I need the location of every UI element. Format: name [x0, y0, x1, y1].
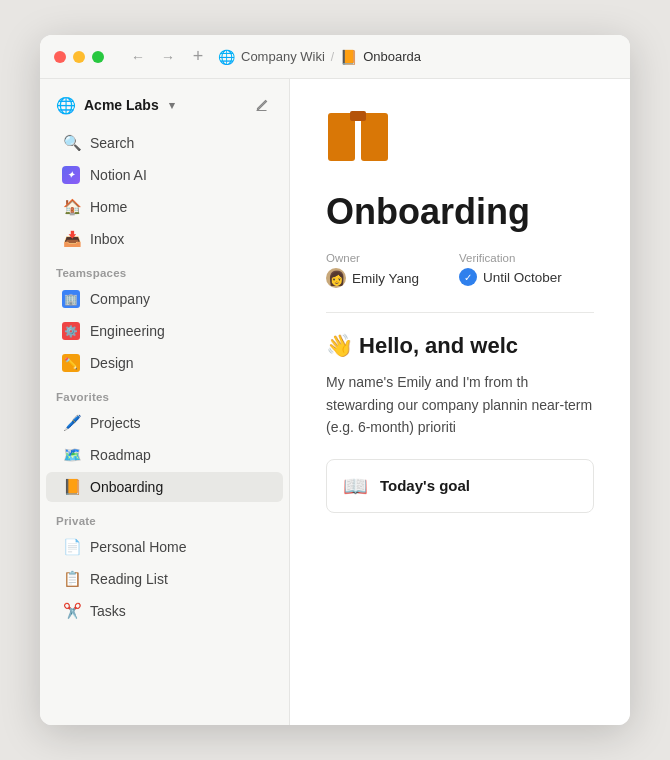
page-icon [326, 111, 594, 175]
chevron-down-icon: ▾ [169, 99, 175, 112]
check-icon: ✓ [459, 268, 477, 286]
reading-list-label: Reading List [90, 571, 168, 587]
content-inner: Onboarding Owner 👩 Emily Yang Verific [290, 79, 630, 549]
verification-value: ✓ Until October [459, 268, 562, 286]
welcome-heading: 👋 Hello, and welc [326, 333, 594, 359]
title-bar: ← → + 🌐 Company Wiki / 📙 Onboarda [40, 35, 630, 79]
personal-home-icon: 📄 [62, 538, 82, 556]
app-window: ← → + 🌐 Company Wiki / 📙 Onboarda 🌐 Acme… [40, 35, 630, 725]
breadcrumb-page-icon: 📙 [340, 49, 357, 65]
verification-label: Verification [459, 252, 562, 264]
onboarding-icon: 📙 [62, 478, 82, 496]
projects-icon: 🖊️ [62, 414, 82, 432]
engineering-icon: ⚙️ [62, 322, 82, 340]
company-label: Company [90, 291, 150, 307]
goal-card-title: Today's goal [380, 477, 470, 494]
meta-row: Owner 👩 Emily Yang Verification ✓ Unti [326, 252, 594, 288]
verification-text: Until October [483, 270, 562, 285]
owner-label: Owner [326, 252, 419, 264]
sidebar-item-reading-list[interactable]: 📋 Reading List [46, 564, 283, 594]
roadmap-icon: 🗺️ [62, 446, 82, 464]
teamspaces-section-label: Teamspaces [40, 255, 289, 283]
owner-avatar: 👩 [326, 268, 346, 288]
breadcrumb-workspace-name[interactable]: Company Wiki [241, 49, 325, 64]
goal-card-icon: 📖 [343, 474, 368, 498]
divider [326, 312, 594, 313]
page-title: Onboarding [326, 191, 594, 232]
owner-name: Emily Yang [352, 271, 419, 286]
engineering-label: Engineering [90, 323, 165, 339]
breadcrumb-separator: / [331, 50, 334, 64]
projects-label: Projects [90, 415, 141, 431]
goal-card[interactable]: 📖 Today's goal [326, 459, 594, 513]
sidebar-item-engineering[interactable]: ⚙️ Engineering [46, 316, 283, 346]
tasks-label: Tasks [90, 603, 126, 619]
search-label: Search [90, 135, 134, 151]
sidebar-item-personal-home[interactable]: 📄 Personal Home [46, 532, 283, 562]
search-item[interactable]: 🔍 Search [46, 128, 283, 158]
sidebar-item-tasks[interactable]: ✂️ Tasks [46, 596, 283, 626]
design-label: Design [90, 355, 134, 371]
maximize-button[interactable] [92, 51, 104, 63]
favorites-section-label: Favorites [40, 379, 289, 407]
main-layout: 🌐 Acme Labs ▾ 🔍 Search ✦ [40, 79, 630, 725]
home-label: Home [90, 199, 127, 215]
back-button[interactable]: ← [126, 45, 150, 69]
sidebar-item-roadmap[interactable]: 🗺️ Roadmap [46, 440, 283, 470]
inbox-icon: 📥 [62, 230, 82, 248]
owner-meta: Owner 👩 Emily Yang [326, 252, 419, 288]
close-button[interactable] [54, 51, 66, 63]
design-icon: ✏️ [62, 354, 82, 372]
onboarding-label: Onboarding [90, 479, 163, 495]
notion-ai-label: Notion AI [90, 167, 147, 183]
nav-controls: ← → + [126, 45, 210, 69]
home-item[interactable]: 🏠 Home [46, 192, 283, 222]
sidebar-workspace: 🌐 Acme Labs ▾ [40, 79, 289, 127]
svg-rect-2 [350, 111, 366, 121]
sidebar-item-projects[interactable]: 🖊️ Projects [46, 408, 283, 438]
minimize-button[interactable] [73, 51, 85, 63]
inbox-label: Inbox [90, 231, 124, 247]
home-icon: 🏠 [62, 198, 82, 216]
content-area: Onboarding Owner 👩 Emily Yang Verific [290, 79, 630, 725]
breadcrumb-page-name[interactable]: Onboarda [363, 49, 421, 64]
sidebar-item-onboarding[interactable]: 📙 Onboarding [46, 472, 283, 502]
reading-list-icon: 📋 [62, 570, 82, 588]
owner-value: 👩 Emily Yang [326, 268, 419, 288]
inbox-item[interactable]: 📥 Inbox [46, 224, 283, 254]
body-text: My name's Emily and I'm from th stewardi… [326, 371, 594, 438]
workspace-icon: 🌐 [56, 96, 76, 115]
private-section-label: Private [40, 503, 289, 531]
search-icon: 🔍 [62, 134, 82, 152]
traffic-lights [54, 51, 104, 63]
workspace-name: Acme Labs [84, 97, 159, 113]
forward-button[interactable]: → [156, 45, 180, 69]
workspace-selector[interactable]: 🌐 Acme Labs ▾ [56, 96, 175, 115]
roadmap-label: Roadmap [90, 447, 151, 463]
notion-ai-item[interactable]: ✦ Notion AI [46, 160, 283, 190]
breadcrumb: 🌐 Company Wiki / 📙 Onboarda [218, 49, 421, 65]
personal-home-label: Personal Home [90, 539, 187, 555]
new-tab-button[interactable]: + [186, 45, 210, 69]
sidebar: 🌐 Acme Labs ▾ 🔍 Search ✦ [40, 79, 290, 725]
edit-icon[interactable] [249, 93, 273, 117]
company-icon: 🏢 [62, 290, 82, 308]
verification-meta: Verification ✓ Until October [459, 252, 562, 288]
notion-ai-icon: ✦ [62, 166, 82, 184]
tasks-icon: ✂️ [62, 602, 82, 620]
breadcrumb-workspace-icon: 🌐 [218, 49, 235, 65]
sidebar-item-design[interactable]: ✏️ Design [46, 348, 283, 378]
sidebar-item-company[interactable]: 🏢 Company [46, 284, 283, 314]
